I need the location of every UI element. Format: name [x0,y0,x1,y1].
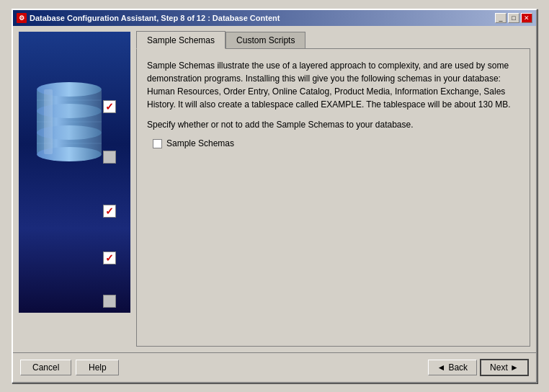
panel-checkbox-5 [103,295,116,308]
sample-schemas-description: Sample Schemas illustrate the use of a l… [147,59,519,111]
back-button[interactable]: ◄ Back [428,360,478,375]
tab-sample-schemas[interactable]: Sample Schemas [136,31,226,49]
panel-checkbox-1: ✓ [103,100,116,113]
minimize-button[interactable]: _ [495,13,506,23]
window-title: Database Configuration Assistant, Step 8… [30,14,280,22]
title-bar: ⚙ Database Configuration Assistant, Step… [13,10,536,26]
right-panel: Sample Schemas Custom Scripts Sample Sch… [136,32,530,347]
main-window: ⚙ Database Configuration Assistant, Step… [12,9,537,383]
tab-bar: Sample Schemas Custom Scripts [136,32,530,49]
tab-custom-scripts[interactable]: Custom Scripts [226,32,305,49]
help-button[interactable]: Help [76,360,119,375]
next-label: Next ► [490,362,519,373]
left-panel: ✓ ✓ ✓ [19,32,130,313]
panel-checkbox-3: ✓ [103,205,116,218]
sample-schemas-checkbox-label: Sample Schemas [166,138,234,148]
tab-content-sample-schemas: Sample Schemas illustrate the use of a l… [136,48,530,347]
sample-schemas-checkbox[interactable] [153,139,162,148]
maximize-button[interactable]: □ [508,13,519,23]
app-icon: ⚙ [17,13,27,23]
content-area: ✓ ✓ ✓ Sample Schemas Custom Scripts [13,26,536,352]
title-buttons: _ □ ✕ [495,13,532,23]
sample-schemas-checkbox-row: Sample Schemas [153,138,519,148]
checkmark-3: ✓ [105,206,114,216]
checkmark-4: ✓ [105,253,114,263]
cancel-button[interactable]: Cancel [20,360,71,375]
title-bar-left: ⚙ Database Configuration Assistant, Step… [17,13,280,23]
bottom-right-buttons: ◄ Back Next ► [428,359,529,376]
bottom-left-buttons: Cancel Help [20,360,119,375]
back-arrow-icon: ◄ [437,362,446,373]
back-label: Back [448,362,468,373]
next-button[interactable]: Next ► [480,359,529,376]
database-illustration [33,75,105,169]
panel-checkbox-4: ✓ [103,251,116,264]
specify-text: Specify whether or not to add the Sample… [147,120,519,130]
checkmark-1: ✓ [105,102,114,112]
svg-rect-8 [44,89,53,154]
panel-checkbox-2 [103,151,116,164]
close-button[interactable]: ✕ [521,13,532,23]
bottom-bar: Cancel Help ◄ Back Next ► [13,352,536,382]
